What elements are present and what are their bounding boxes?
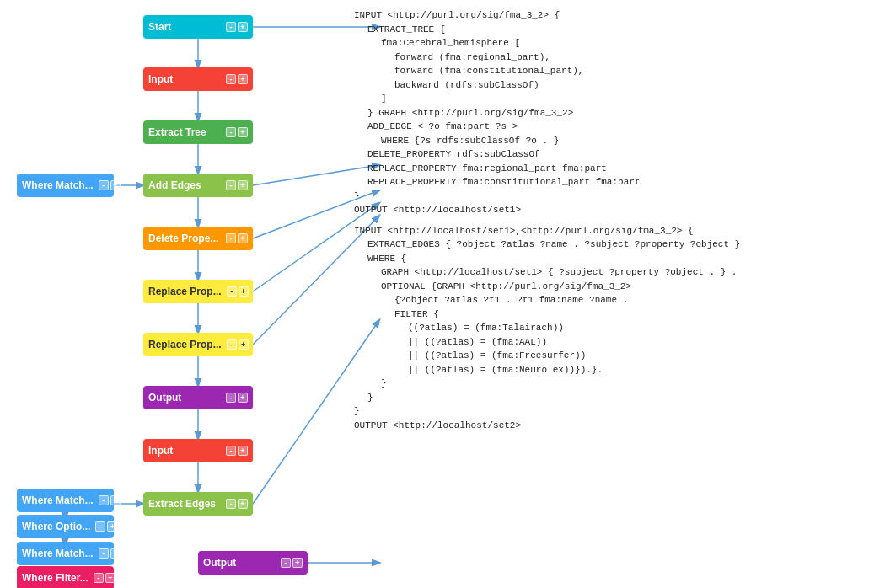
node-where-filter-visible[interactable]: Where Filter... - + (17, 566, 114, 588)
node-where-match2[interactable]: Where Match... - + (17, 489, 114, 512)
code-line: || ((?atlas) = (fma:Freesurfer)) (408, 349, 868, 363)
code-line: OPTIONAL {GRAPH <http://purl.org/sig/fma… (381, 280, 868, 294)
plus-btn[interactable]: + (238, 22, 248, 32)
plus-btn[interactable]: + (238, 393, 248, 403)
code-line: REPLACE_PROPERTY fma:constitutional_part… (367, 175, 868, 190)
minus-btn[interactable]: - (99, 548, 109, 559)
code-block-1: INPUT <http://purl.org/sig/fma_3_2> { EX… (354, 8, 868, 217)
minus-btn[interactable]: - (226, 233, 236, 243)
node-controls: - + (226, 22, 248, 32)
code-line: backward (rdfs:subClassOf) (394, 78, 868, 93)
plus-btn[interactable]: + (238, 127, 248, 137)
code-line: ((?atlas) = (fma:Talairach)) (408, 321, 868, 335)
minus-btn[interactable]: - (226, 446, 236, 456)
code-line: } (354, 404, 868, 419)
node-replace-prop1[interactable]: Replace Prop... - + (143, 280, 253, 303)
node-add-edges[interactable]: Add Edges - + (143, 174, 253, 197)
minus-btn[interactable]: - (226, 499, 236, 509)
node-controls: - + (226, 74, 248, 84)
code-line: REPLACE_PROPERTY fma:regional_part fma:p… (367, 162, 868, 176)
node-start[interactable]: Start - + (143, 15, 253, 39)
code-line: WHERE {?s rdfs:subClassOf ?o . } (381, 134, 868, 148)
node-where-optio[interactable]: Where Optio... - + (17, 515, 114, 538)
plus-btn[interactable]: + (238, 446, 248, 456)
code-line: EXTRACT_EDGES { ?object ?atlas ?name . ?… (367, 238, 868, 252)
minus-btn[interactable]: - (226, 180, 236, 190)
node-extract-tree[interactable]: Extract Tree - + (143, 120, 253, 144)
plus-btn[interactable]: + (110, 548, 121, 559)
code-line: DELETE_PROPERTY rdfs:subClassOf (367, 147, 868, 162)
code-line: } (381, 377, 868, 391)
code-line: OUTPUT <http://localhost/set1> (354, 203, 868, 217)
code-line: } GRAPH <http://purl.org/sig/fma_3_2> (367, 106, 868, 120)
plus-btn[interactable]: + (107, 521, 117, 532)
node-output1[interactable]: Output - + (143, 386, 253, 409)
node-output2[interactable]: Output - + (198, 551, 308, 575)
code-line: } (367, 391, 868, 405)
node-controls: - + (226, 233, 248, 243)
node-controls: - + (281, 558, 303, 568)
node-controls: - + (99, 548, 121, 559)
minus-btn[interactable]: - (226, 127, 236, 137)
node-where-match3[interactable]: Where Match... - + (17, 542, 114, 565)
code-panel: INPUT <http://purl.org/sig/fma_3_2> { EX… (354, 8, 868, 439)
node-controls: - + (226, 127, 248, 137)
code-line: ADD_EDGE < ?o fma:part ?s > (367, 120, 868, 134)
plus-btn[interactable]: + (292, 558, 303, 568)
workflow-canvas: Start - + Input - + Extract Tree - + Add… (0, 0, 885, 588)
node-delete-prop[interactable]: Delete Prope... - + (143, 227, 253, 250)
code-line: WHERE { (367, 252, 868, 266)
minus-btn[interactable]: - (94, 573, 104, 583)
minus-btn[interactable]: - (227, 286, 237, 297)
code-line: INPUT <http://purl.org/sig/fma_3_2> { (354, 8, 868, 23)
node-where-match1[interactable]: Where Match... - + (17, 174, 114, 197)
code-line: FILTER { (394, 307, 868, 322)
minus-btn[interactable]: - (99, 495, 109, 505)
code-line: ] (381, 92, 868, 106)
plus-btn[interactable]: + (238, 74, 248, 84)
code-line: EXTRACT_TREE { (367, 23, 868, 37)
node-controls: - + (95, 521, 117, 532)
code-line: || ((?atlas) = (fma:Neurolex))}).}. (408, 363, 868, 377)
node-controls: - + (226, 499, 248, 509)
node-controls: - + (99, 495, 121, 505)
plus-btn[interactable]: + (105, 573, 115, 583)
node-controls: - + (226, 180, 248, 190)
plus-btn[interactable]: + (110, 180, 121, 190)
code-line: forward (fma:constitutional_part), (394, 64, 868, 78)
code-line: } (354, 190, 868, 204)
minus-btn[interactable]: - (281, 558, 291, 568)
minus-btn[interactable]: - (226, 74, 236, 84)
code-line: forward (fma:regional_part), (394, 51, 868, 65)
minus-btn[interactable]: - (227, 339, 237, 350)
plus-btn[interactable]: + (238, 180, 248, 190)
plus-btn[interactable]: + (239, 339, 249, 350)
plus-btn[interactable]: + (110, 495, 121, 505)
node-extract-edges[interactable]: Extract Edges - + (143, 492, 253, 516)
minus-btn[interactable]: - (226, 393, 236, 403)
code-block-2: INPUT <http://localhost/set1>,<http://pu… (354, 224, 868, 433)
code-line: INPUT <http://localhost/set1>,<http://pu… (354, 224, 868, 238)
minus-btn[interactable]: - (226, 22, 236, 32)
code-line: fma:Cerebral_hemisphere [ (381, 36, 868, 51)
node-replace-prop2[interactable]: Replace Prop... - + (143, 333, 253, 356)
node-input2[interactable]: Input - + (143, 439, 253, 462)
plus-btn[interactable]: + (239, 286, 249, 297)
node-controls: - + (226, 446, 248, 456)
plus-btn[interactable]: + (238, 233, 248, 243)
node-controls: - + (227, 339, 249, 350)
node-controls: - + (99, 180, 121, 190)
minus-btn[interactable]: - (95, 521, 105, 532)
code-line: GRAPH <http://localhost/set1> { ?subject… (381, 265, 868, 280)
code-line: {?object ?atlas ?t1 . ?t1 fma:name ?name… (394, 293, 868, 307)
minus-btn[interactable]: - (99, 180, 109, 190)
plus-btn[interactable]: + (238, 499, 248, 509)
node-controls: - + (227, 286, 249, 297)
code-line: || ((?atlas) = (fma:AAL)) (408, 335, 868, 350)
node-input1[interactable]: Input - + (143, 67, 253, 91)
node-controls: - + (94, 573, 115, 583)
code-line: OUTPUT <http://localhost/set2> (354, 419, 868, 433)
node-controls: - + (226, 393, 248, 403)
